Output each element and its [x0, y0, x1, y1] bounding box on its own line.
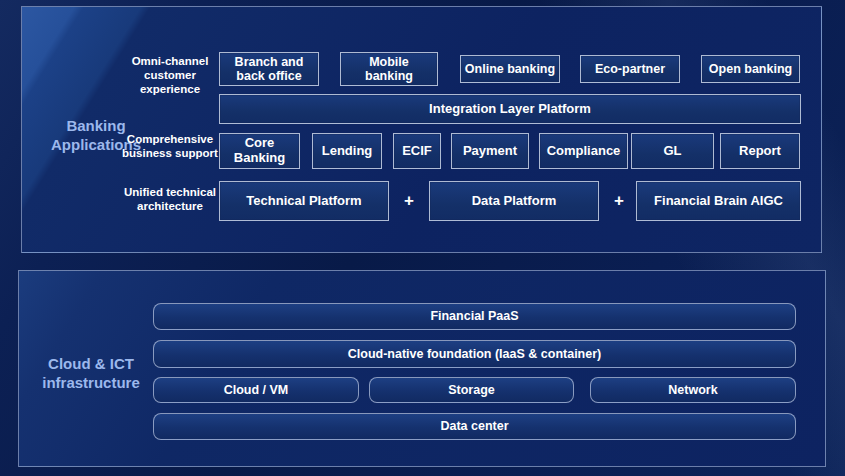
open-banking-box: Open banking	[701, 55, 800, 83]
lending-box: Lending	[312, 133, 382, 169]
technical-architecture-row-label: Unified technical architecture	[118, 185, 222, 213]
report-box: Report	[720, 133, 800, 169]
data-platform-box: Data Platform	[429, 181, 599, 221]
branch-back-office-box: Branch and back office	[219, 52, 319, 86]
architecture-diagram: Banking Applications Omni-channel custom…	[0, 0, 845, 476]
cloud-ict-heading: Cloud & ICT infrastructure	[31, 355, 151, 393]
storage-box: Storage	[369, 377, 574, 403]
compliance-box: Compliance	[539, 133, 628, 169]
banking-applications-panel: Banking Applications Omni-channel custom…	[21, 6, 822, 253]
core-banking-box: Core Banking	[219, 133, 300, 169]
mobile-banking-box: Mobile banking	[340, 52, 438, 86]
financial-brain-aigc-box: Financial Brain AIGC	[636, 181, 801, 221]
cloud-ict-panel: Cloud & ICT infrastructure Financial Paa…	[18, 270, 826, 467]
technical-platform-box: Technical Platform	[219, 181, 389, 221]
omni-channel-row-label: Omni-channel customer experience	[118, 54, 222, 96]
payment-box: Payment	[451, 133, 529, 169]
business-support-row-label: Comprehensive business support	[118, 132, 222, 160]
data-center-box: Data center	[153, 413, 796, 440]
online-banking-box: Online banking	[460, 55, 560, 83]
cloud-vm-box: Cloud / VM	[153, 377, 359, 403]
integration-layer-platform-box: Integration Layer Platform	[219, 94, 801, 124]
gl-box: GL	[631, 133, 714, 169]
plus-sign: +	[396, 181, 422, 221]
network-box: Network	[590, 377, 796, 403]
plus-sign: +	[606, 181, 632, 221]
financial-paas-box: Financial PaaS	[153, 303, 796, 330]
eco-partner-box: Eco-partner	[580, 55, 680, 83]
ecif-box: ECIF	[393, 133, 441, 169]
cloud-native-foundation-box: Cloud-native foundation (IaaS & containe…	[153, 340, 796, 368]
